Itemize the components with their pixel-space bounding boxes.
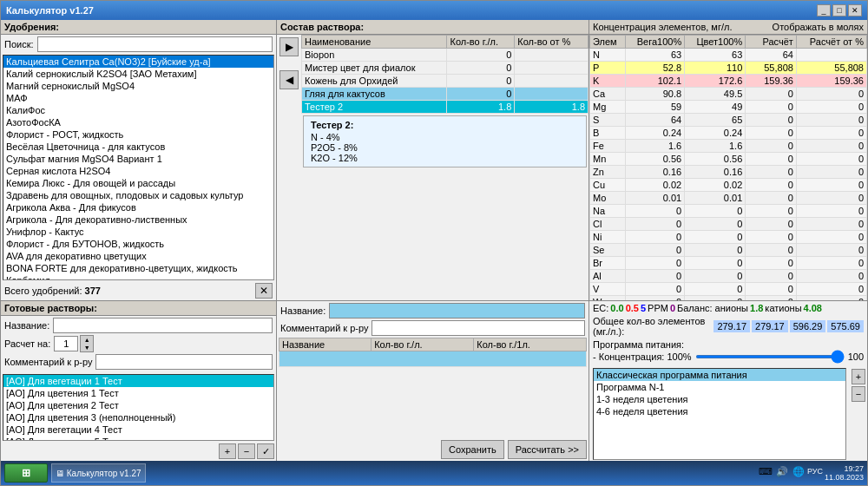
calc-val: 0 (746, 114, 797, 127)
solution-composition-top: Состав раствора: ▶ ◀ Наименование Кол-во (277, 20, 589, 300)
ready-solution-item[interactable]: [АО] Для вегетации 1 Тест (3, 375, 273, 387)
spin-down[interactable]: ▼ (81, 344, 93, 351)
vega-val: 0.02 (625, 179, 685, 192)
fertilizer-item[interactable]: Флорист - РОСТ, жидкость (3, 128, 273, 141)
program-item[interactable]: 4-6 неделя цветения (594, 405, 845, 417)
calc-val: 0 (746, 101, 797, 114)
fertilizer-item[interactable]: Флорист - Для БУТОНОВ, жидкость (3, 238, 273, 250)
save-button[interactable]: Сохранить (441, 440, 504, 459)
fertilizers-header: Удобрения: (1, 20, 276, 35)
conc-value: 100 (848, 351, 864, 362)
comment-field[interactable] (372, 320, 585, 336)
left-panel: Удобрения: Поиск: Кальциевая Селитра Ca(… (1, 20, 277, 461)
solution-row[interactable]: Мистер цвет для фиалок 0 (302, 62, 589, 75)
solutions-form: Название: Расчет на: 1 ▲ ▼ (1, 316, 276, 373)
program-item[interactable]: Классическая программа питания (594, 369, 845, 381)
fertilizers-list[interactable]: Кальциевая Селитра Ca(NO3)2 [Буйские уд-… (3, 55, 274, 280)
name-label: Название: (4, 320, 49, 331)
cvet-val: 0.16 (685, 166, 746, 179)
elements-table: Элем Вега100% Цвет100% Расчёт Расчёт от … (589, 35, 867, 300)
delete-button[interactable]: ✕ (255, 283, 273, 299)
tester2-info: Тестер 2: N - 4% P2O5 - 8% K2O - 12% (303, 115, 587, 167)
solution-row[interactable]: Вiopon 0 (302, 49, 589, 62)
fertilizer-item[interactable]: МАФ (3, 92, 273, 104)
comment-input[interactable] (95, 354, 273, 370)
start-button[interactable]: ⊞ (4, 463, 48, 483)
balance-label: Баланс: анионы (677, 303, 748, 313)
arrow-left-button[interactable]: ◀ (279, 70, 299, 89)
clock: 19:27 11.08.2023 (825, 464, 864, 482)
maximize-button[interactable]: □ (832, 4, 846, 16)
fertilizer-item[interactable]: Кемира Люкс - Для овощей и рассады (3, 177, 273, 189)
elem-name: B (590, 127, 626, 140)
element-row: Na 0 0 0 0 (590, 205, 867, 218)
cvet-val: 110 (685, 62, 746, 75)
program-list[interactable]: Классическая программа питанияПрограмма … (593, 368, 846, 460)
fertilizer-item[interactable]: Карбамид (3, 274, 273, 280)
ready-solution-item[interactable]: [АО] Для цветения 1 Тест (3, 387, 273, 399)
sol-qty: 0 (447, 49, 515, 62)
solution-name-field[interactable] (329, 303, 585, 319)
calc-val: 0 (746, 270, 797, 283)
prog-plus-button[interactable]: + (852, 369, 865, 384)
cvet-val: 0.02 (685, 179, 746, 192)
calculate-button[interactable]: Рассчитать >> (508, 440, 587, 459)
add-solution-button[interactable]: + (219, 443, 236, 459)
solutions-list-footer: + − ✓ (1, 442, 276, 461)
ready-solution-item[interactable]: [АО] Для цветения 2 Тест (3, 399, 273, 411)
solution-row[interactable]: Тестер 2 1.8 1.8 (302, 101, 589, 114)
ready-solution-item[interactable]: [АО] Для вегетации 4 Тест (3, 424, 273, 436)
elements-header: Концентрация элементов, мг/л. Отображать… (589, 20, 867, 35)
pct-val: 0 (796, 114, 866, 127)
fertilizer-item[interactable]: Сульфат магния MgSO4 Вариант 1 (3, 153, 273, 165)
ready-solution-item[interactable]: [АО] Для вегетации 5 Тест (3, 436, 273, 441)
tray-icon-1: ⌨ (759, 464, 773, 478)
fertilizer-item[interactable]: Агрикола Аква - Для фикусов (3, 201, 273, 213)
total-value: 596.29 (790, 320, 826, 332)
element-row: N 63 63 64 (590, 49, 867, 62)
search-input[interactable] (37, 36, 273, 52)
element-row: S 64 65 0 0 (590, 114, 867, 127)
arrow-right-button[interactable]: ▶ (279, 37, 299, 56)
edit-solution-button[interactable]: ✓ (257, 443, 274, 459)
tester2-k2o: K2O - 12% (311, 153, 579, 163)
sol-name: Кожень для Орхидей (302, 75, 447, 88)
close-button[interactable]: ✕ (848, 4, 862, 16)
fertilizer-item[interactable]: Унифлор - Кактус (3, 226, 273, 238)
solution-name-input[interactable] (53, 318, 273, 333)
fertilizer-item[interactable]: Кальциевая Селитра Ca(NO3)2 [Буйские уд-… (3, 56, 273, 68)
program-item[interactable]: 1-3 неделя цветения (594, 393, 845, 405)
vega-val: 0.16 (625, 166, 685, 179)
comment-row: Комментарий к р-ру (277, 320, 589, 336)
minimize-button[interactable]: _ (817, 4, 831, 16)
conc-slider[interactable] (695, 355, 845, 358)
fertilizer-item[interactable]: Серная кислота H2SO4 (3, 165, 273, 177)
solution-row[interactable]: Кожень для Орхидей 0 (302, 75, 589, 88)
fertilizer-item[interactable]: Здравень для овощных, плодовых и садовых… (3, 189, 273, 201)
ready-solutions-list[interactable]: [АО] Для вегетации 1 Тест[АО] Для цветен… (3, 374, 274, 441)
fertilizer-item[interactable]: AVA для декоративно цветущих (3, 250, 273, 262)
fertilizer-item[interactable]: Агрикола - Для декоративно-лиственных (3, 213, 273, 226)
rachet-value: 1 (54, 336, 78, 351)
fertilizer-item[interactable]: КалиФос (3, 104, 273, 116)
fertilizer-item[interactable]: BONA FORTE для декоративно-цветущих, жид… (3, 262, 273, 274)
remove-solution-button[interactable]: − (238, 443, 255, 459)
tray-lang: РУС (808, 464, 822, 478)
fertilizer-item[interactable]: Магний сернокислый MgSO4 (3, 80, 273, 92)
program-section: Программа питания: - Концентрация: 100% … (589, 338, 867, 367)
spin-up[interactable]: ▲ (81, 336, 93, 344)
taskbar-item[interactable]: 🖥 Калькулятор v1.27 (51, 463, 146, 483)
tester2-label: Тестер 2: (311, 120, 579, 130)
solution-row[interactable]: Гляя для кактусов 0 (302, 88, 589, 101)
fertilizer-item[interactable]: Калий сернокислый K2SO4 [ЗАО Метахим] (3, 68, 273, 80)
cvet-val: 0 (685, 218, 746, 231)
prog-minus-button[interactable]: − (852, 386, 865, 402)
comment-label: Комментарий к р-ру (4, 357, 92, 367)
fertilizer-item[interactable]: Весёлая Цветочница - для кактусов (3, 141, 273, 153)
tray-icon-network: 🌐 (792, 464, 806, 478)
cvet-val: 65 (685, 114, 746, 127)
ready-solution-item[interactable]: [АО] Для цветения 3 (неполноценный) (3, 411, 273, 424)
program-item[interactable]: Программа N-1 (594, 381, 845, 393)
elem-name: Br (590, 257, 626, 270)
fertilizer-item[interactable]: АзотоФосКА (3, 116, 273, 128)
